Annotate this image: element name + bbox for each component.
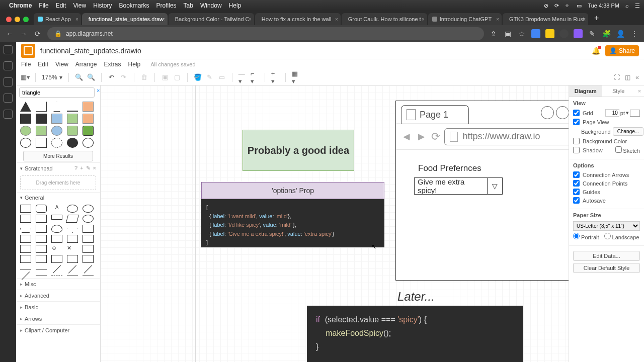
shape[interactable]: [36, 255, 47, 263]
shadow-icon[interactable]: ▭: [218, 73, 226, 81]
shape[interactable]: [83, 276, 94, 276]
shape[interactable]: [83, 225, 94, 233]
shape[interactable]: [83, 245, 94, 253]
mac-menu-window[interactable]: Window: [200, 2, 222, 9]
dock-icon[interactable]: [4, 94, 13, 103]
menu-file[interactable]: File: [21, 61, 31, 68]
doc-title[interactable]: functional_state_updates.drawio: [40, 47, 141, 55]
back-button[interactable]: ←: [5, 30, 14, 38]
mac-menu-profiles[interactable]: Profiles: [156, 2, 177, 9]
menu-view[interactable]: View: [55, 61, 68, 68]
change-bg-button[interactable]: Change...: [613, 127, 643, 136]
shape[interactable]: [51, 255, 62, 263]
ext-icon[interactable]: ☆: [517, 30, 526, 38]
mock-select[interactable]: Give me extra spicy!▽: [414, 177, 503, 195]
zoom-in-icon[interactable]: 🔍: [75, 73, 83, 81]
dock-icon[interactable]: [4, 45, 13, 54]
shape-search-input[interactable]: [19, 87, 95, 98]
shape-ellipse[interactable]: [67, 205, 78, 213]
cat-misc[interactable]: ▸Misc: [16, 278, 100, 290]
shape[interactable]: [20, 245, 31, 253]
shape-rect[interactable]: [20, 205, 31, 213]
forward-icon[interactable]: ►: [416, 130, 427, 143]
menu-arrange[interactable]: Arrange: [75, 61, 97, 68]
mac-menu-edit[interactable]: Edit: [56, 2, 66, 9]
shape[interactable]: [51, 114, 62, 124]
shape[interactable]: [36, 269, 47, 269]
shape[interactable]: [36, 114, 47, 124]
notifications-icon[interactable]: 🔔: [592, 47, 600, 55]
back-icon[interactable]: ◄: [401, 130, 412, 143]
shape[interactable]: [20, 225, 31, 233]
scratchpad-drop[interactable]: Drag elements here: [20, 175, 96, 190]
window-controls[interactable]: [6, 17, 29, 22]
dock-icon[interactable]: [4, 77, 13, 86]
redo-icon[interactable]: ↷: [120, 73, 128, 81]
general-header[interactable]: ▾General: [16, 192, 100, 203]
waypoint-icon[interactable]: ⌐ ▾: [251, 73, 259, 81]
shape[interactable]: [51, 225, 62, 233]
shape[interactable]: [67, 126, 78, 136]
dock-icon[interactable]: [4, 61, 13, 70]
shape[interactable]: [83, 126, 94, 136]
shape[interactable]: [83, 114, 94, 124]
cat-clipart[interactable]: ▸Clipart / Computer: [16, 324, 100, 336]
tab-youtube1[interactable]: How to fix a crack in the wall×: [255, 13, 341, 25]
grid-color-swatch[interactable]: [630, 110, 640, 117]
zoom-out-icon[interactable]: 🔍: [87, 73, 95, 81]
shape[interactable]: [83, 215, 94, 223]
shape[interactable]: [51, 126, 62, 136]
shape[interactable]: [83, 205, 94, 213]
shape-wave[interactable]: [67, 102, 78, 112]
reload-button[interactable]: ⟳: [33, 30, 42, 38]
shape-iso-triangle[interactable]: [51, 102, 62, 112]
shape[interactable]: [36, 276, 47, 276]
grid-size-input[interactable]: [605, 109, 619, 117]
fullscreen-icon[interactable]: ⛶: [614, 74, 620, 81]
extension-icon[interactable]: [545, 29, 554, 38]
shape[interactable]: [53, 265, 61, 273]
pageview-checkbox[interactable]: [573, 119, 580, 125]
format-panel-icon[interactable]: ◫: [625, 74, 630, 81]
tab-youtube2[interactable]: Grout Caulk. How to silicone t×: [342, 13, 427, 25]
share-button[interactable]: 👤Share: [605, 45, 639, 56]
shape[interactable]: [67, 235, 78, 243]
grid-checkbox[interactable]: [573, 110, 580, 116]
search-icon[interactable]: ⌕: [625, 3, 629, 9]
mac-menu-view[interactable]: View: [73, 2, 86, 9]
paper-size-select[interactable]: US-Letter (8,5" x 11"): [573, 221, 640, 231]
shape[interactable]: [51, 235, 62, 243]
shape[interactable]: [67, 276, 78, 276]
shape[interactable]: [20, 138, 31, 148]
shape-code[interactable]: [ { label: 'I want mild', value: 'mild'}…: [201, 199, 384, 247]
shape[interactable]: [20, 235, 31, 243]
shape[interactable]: [83, 255, 94, 263]
tab-chatgpt[interactable]: Introducing ChatGPT×: [428, 13, 502, 25]
edit-data-button[interactable]: Edit Data...: [573, 251, 640, 261]
clear-style-button[interactable]: Clear Default Style: [573, 263, 640, 273]
landscape-radio[interactable]: [604, 233, 611, 239]
mac-menu-bookmarks[interactable]: Bookmarks: [119, 2, 149, 9]
shadow-checkbox[interactable]: [573, 147, 580, 153]
shape-triangle[interactable]: [20, 102, 31, 112]
ext-icon[interactable]: ▣: [503, 30, 512, 38]
more-results-button[interactable]: More Results: [23, 151, 93, 161]
shape[interactable]: [51, 138, 62, 148]
cat-arrows[interactable]: ▸Arrows: [16, 313, 100, 324]
close-icon[interactable]: ×: [635, 85, 644, 97]
shape[interactable]: [67, 138, 78, 148]
forward-button[interactable]: →: [19, 30, 28, 38]
shape[interactable]: [83, 235, 94, 243]
cat-basic[interactable]: ▸Basic: [16, 301, 100, 313]
portrait-radio[interactable]: [573, 233, 580, 239]
fill-icon[interactable]: 🪣: [194, 73, 202, 81]
guides-checkbox[interactable]: [573, 189, 580, 195]
menu-extras[interactable]: Extras: [104, 61, 121, 68]
extensions-button[interactable]: 🧩: [602, 30, 611, 38]
zoom-control[interactable]: 175% ▾: [42, 74, 62, 81]
shape[interactable]: [66, 215, 79, 223]
shape-text[interactable]: Later...: [397, 290, 435, 304]
battery-icon[interactable]: ▭: [577, 3, 582, 9]
dock-icon[interactable]: [4, 110, 13, 119]
back-icon[interactable]: ▢: [173, 73, 181, 81]
